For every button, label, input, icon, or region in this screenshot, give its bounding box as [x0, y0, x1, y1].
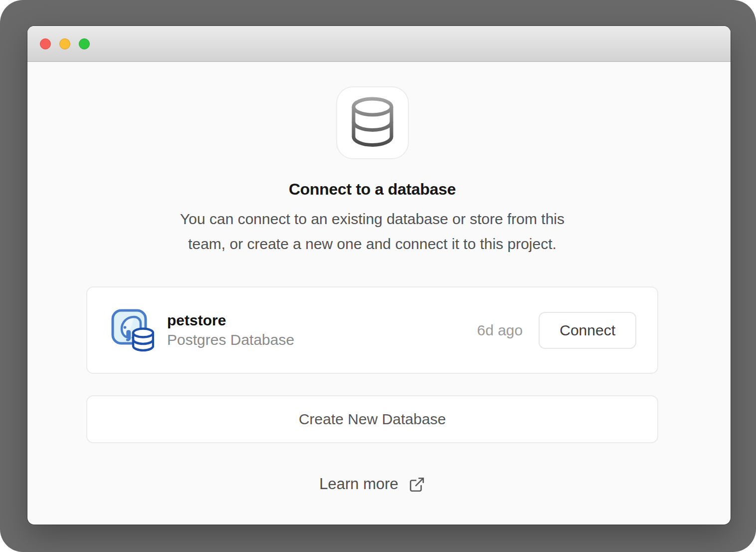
- learn-more-label: Learn more: [319, 475, 398, 493]
- close-button[interactable]: [40, 38, 51, 49]
- dialog-description: You can connect to an existing database …: [86, 207, 658, 257]
- screen-backdrop: Connect to a database You can connect to…: [0, 0, 756, 552]
- database-type: Postgres Database: [167, 330, 294, 350]
- database-row-meta: 6d ago Connect: [477, 312, 636, 349]
- dialog-description-line1: You can connect to an existing database …: [86, 207, 658, 232]
- postgres-database-icon: [111, 309, 154, 352]
- window-titlebar[interactable]: [27, 26, 731, 62]
- last-used-timestamp: 6d ago: [477, 322, 523, 339]
- database-icon-tile: [336, 86, 409, 159]
- database-row: petstore Postgres Database 6d ago Connec…: [86, 286, 658, 374]
- connect-database-dialog: Connect to a database You can connect to…: [86, 86, 658, 493]
- connect-button[interactable]: Connect: [539, 312, 636, 349]
- minimize-button[interactable]: [59, 38, 70, 49]
- create-new-database-button[interactable]: Create New Database: [86, 395, 658, 443]
- external-link-icon: [408, 476, 425, 493]
- zoom-button[interactable]: [79, 38, 90, 49]
- learn-more-link[interactable]: Learn more: [319, 475, 425, 493]
- database-row-text: petstore Postgres Database: [167, 311, 294, 350]
- database-name: petstore: [167, 311, 294, 330]
- database-icon: [349, 96, 396, 150]
- dialog-description-line2: team, or create a new one and connect it…: [86, 232, 658, 257]
- dialog-window: Connect to a database You can connect to…: [27, 26, 731, 525]
- dialog-title: Connect to a database: [86, 180, 658, 199]
